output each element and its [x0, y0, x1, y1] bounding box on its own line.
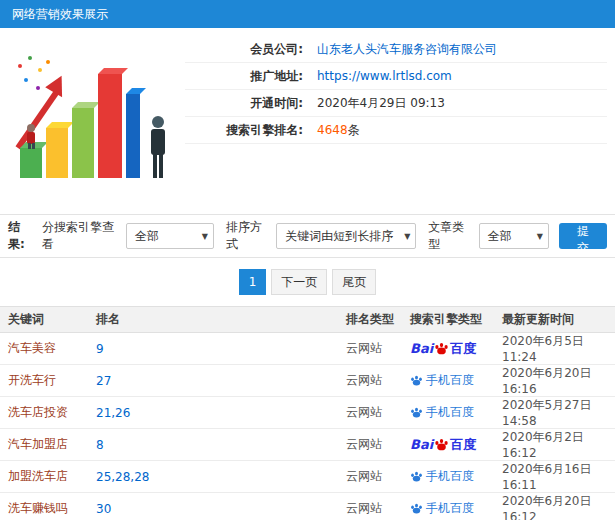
- info-row-company: 会员公司: 山东老人头汽车服务咨询有限公司: [185, 36, 607, 63]
- rank-count-label: 搜索引擎排名:: [185, 122, 303, 139]
- keyword-cell: 洗车赚钱吗: [0, 493, 88, 520]
- rank-type-cell: 云网站: [338, 365, 402, 397]
- table-row: 洗车赚钱吗30云网站手机百度2020年6月20日 16:12: [0, 493, 615, 520]
- rank-cell: 25,28,28: [88, 461, 338, 493]
- baidu-paw-icon: [410, 502, 423, 515]
- header-keyword: 关键词: [0, 307, 88, 333]
- rank-link[interactable]: 21,26: [96, 406, 130, 420]
- baidu-logo: Bai百度: [410, 436, 476, 454]
- page-title: 网络营销效果展示: [12, 7, 108, 21]
- baidu-paw-icon: [410, 406, 423, 419]
- rank-link[interactable]: 8: [96, 438, 104, 452]
- table-row: 开洗车行27云网站手机百度2020年6月20日 16:16: [0, 365, 615, 397]
- rank-link[interactable]: 30: [96, 502, 111, 516]
- table-row: 加盟洗车店25,28,28云网站手机百度2020年6月16日 16:11: [0, 461, 615, 493]
- rank-cell: 8: [88, 429, 338, 461]
- update-time-cell: 2020年6月16日 16:11: [494, 461, 615, 493]
- baidu-mobile-logo: 手机百度: [410, 468, 474, 485]
- page-last-button[interactable]: 尾页: [332, 269, 376, 295]
- table-row: 汽车美容9云网站Bai百度2020年6月5日 11:24: [0, 333, 615, 365]
- article-type-select[interactable]: 全部 ▼: [479, 223, 549, 249]
- rank-cell: 21,26: [88, 397, 338, 429]
- rank-type-cell: 云网站: [338, 397, 402, 429]
- sort-filter-label: 排序方式: [226, 219, 270, 253]
- table-row: 洗车店投资21,26云网站手机百度2020年5月27日 14:58: [0, 397, 615, 429]
- update-time-cell: 2020年6月2日 16:12: [494, 429, 615, 461]
- engine-filter-label: 分搜索引擎查看: [42, 219, 120, 253]
- rank-type-cell: 云网站: [338, 333, 402, 365]
- page-current[interactable]: 1: [239, 269, 267, 295]
- baidu-logo: Bai百度: [410, 340, 476, 358]
- engine-select-value: 全部: [135, 229, 159, 243]
- info-rows: 会员公司: 山东老人头汽车服务咨询有限公司 推广地址: https://www.…: [185, 32, 615, 184]
- rank-count-value: 4648: [317, 123, 348, 137]
- header-rank-type: 排名类型: [338, 307, 402, 333]
- baidu-paw-icon: [410, 374, 423, 387]
- keyword-cell: 汽车加盟店: [0, 429, 88, 461]
- filter-controls: 分搜索引擎查看 全部 ▼ 排序方式 关键词由短到长排序 ▼ 文章类型 全部 ▼ …: [36, 219, 607, 253]
- baidu-paw-icon: [434, 341, 449, 356]
- company-link[interactable]: 山东老人头汽车服务咨询有限公司: [317, 41, 497, 58]
- baidu-mobile-logo: 手机百度: [410, 500, 474, 517]
- engine-cell: Bai百度: [402, 429, 494, 461]
- result-label: 结果:: [8, 219, 36, 253]
- engine-cell: 手机百度: [402, 397, 494, 429]
- dropdown-arrow-icon: ▼: [404, 224, 410, 250]
- filter-bar: 结果: 分搜索引擎查看 全部 ▼ 排序方式 关键词由短到长排序 ▼ 文章类型 全…: [0, 214, 615, 258]
- baidu-paw-icon: [434, 437, 449, 452]
- engine-cell: 手机百度: [402, 461, 494, 493]
- header-rank: 排名: [88, 307, 338, 333]
- header-engine-type: 搜索引擎类型: [402, 307, 494, 333]
- update-time-cell: 2020年6月20日 16:16: [494, 365, 615, 397]
- rank-type-cell: 云网站: [338, 429, 402, 461]
- open-time-label: 开通时间:: [185, 95, 303, 112]
- sort-select[interactable]: 关键词由短到长排序 ▼: [276, 223, 416, 249]
- table-row: 汽车加盟店8云网站Bai百度2020年6月2日 16:12: [0, 429, 615, 461]
- baidu-mobile-logo: 手机百度: [410, 404, 474, 421]
- rank-cell: 27: [88, 365, 338, 397]
- update-time-cell: 2020年6月20日 16:12: [494, 493, 615, 520]
- table-body: 汽车美容9云网站Bai百度2020年6月5日 11:24开洗车行27云网站手机百…: [0, 333, 615, 520]
- pagination: 1 下一页 尾页: [0, 258, 615, 306]
- promo-url-label: 推广地址:: [185, 68, 303, 85]
- article-type-select-value: 全部: [488, 229, 512, 243]
- header-update-time: 最新更新时间: [494, 307, 615, 333]
- dropdown-arrow-icon: ▼: [202, 224, 208, 250]
- keyword-cell: 加盟洗车店: [0, 461, 88, 493]
- rank-type-cell: 云网站: [338, 461, 402, 493]
- sort-select-value: 关键词由短到长排序: [285, 229, 393, 243]
- keyword-cell: 汽车美容: [0, 333, 88, 365]
- rank-link[interactable]: 27: [96, 374, 111, 388]
- rank-count-suffix: 条: [348, 123, 360, 137]
- rank-cell: 9: [88, 333, 338, 365]
- info-row-url: 推广地址: https://www.lrtlsd.com: [185, 63, 607, 90]
- info-row-open-time: 开通时间: 2020年4月29日 09:13: [185, 90, 607, 117]
- rank-cell: 30: [88, 493, 338, 520]
- top-header-bar: 网络营销效果展示: [0, 0, 615, 28]
- keyword-cell: 开洗车行: [0, 365, 88, 397]
- page-next-button[interactable]: 下一页: [271, 269, 327, 295]
- update-time-cell: 2020年5月27日 14:58: [494, 397, 615, 429]
- rank-link[interactable]: 9: [96, 342, 104, 356]
- submit-button[interactable]: 提交: [559, 223, 607, 249]
- rank-link[interactable]: 25,28,28: [96, 470, 149, 484]
- ranking-table: 关键词 排名 排名类型 搜索引擎类型 最新更新时间 汽车美容9云网站Bai百度2…: [0, 306, 615, 520]
- engine-select[interactable]: 全部 ▼: [126, 223, 214, 249]
- info-row-rank-count: 搜索引擎排名: 4648条: [185, 117, 607, 144]
- dropdown-arrow-icon: ▼: [537, 224, 543, 250]
- engine-cell: 手机百度: [402, 493, 494, 520]
- engine-cell: 手机百度: [402, 365, 494, 397]
- baidu-mobile-logo: 手机百度: [410, 372, 474, 389]
- baidu-paw-icon: [410, 470, 423, 483]
- engine-cell: Bai百度: [402, 333, 494, 365]
- marketing-chart-image: [0, 32, 185, 184]
- bar-chart-graphic: [6, 36, 179, 180]
- update-time-cell: 2020年6月5日 11:24: [494, 333, 615, 365]
- promo-url-link[interactable]: https://www.lrtlsd.com: [317, 69, 452, 83]
- info-section: 会员公司: 山东老人头汽车服务咨询有限公司 推广地址: https://www.…: [0, 28, 615, 186]
- table-header-row: 关键词 排名 排名类型 搜索引擎类型 最新更新时间: [0, 307, 615, 333]
- company-label: 会员公司:: [185, 41, 303, 58]
- type-filter-label: 文章类型: [428, 219, 472, 253]
- keyword-cell: 洗车店投资: [0, 397, 88, 429]
- open-time-value: 2020年4月29日 09:13: [317, 95, 445, 112]
